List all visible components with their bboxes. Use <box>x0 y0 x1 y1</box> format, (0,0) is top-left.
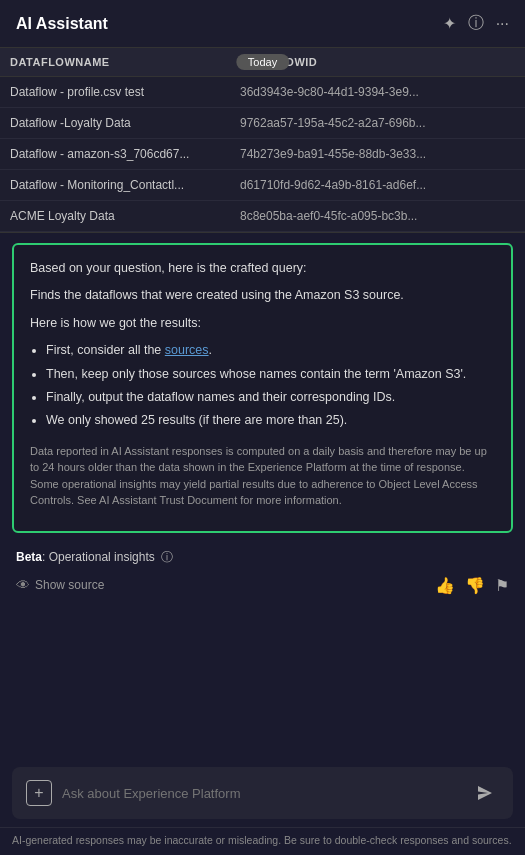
response-disclaimer: Data reported in AI Assistant responses … <box>30 443 495 509</box>
response-container: Based on your question, here is the craf… <box>12 243 513 533</box>
beta-row: Beta: Operational insights ⓘ <box>0 543 525 572</box>
response-summary: Finds the dataflows that were created us… <box>30 286 495 305</box>
table-row: Dataflow - Monitoring_Contactl... d61710… <box>0 170 525 201</box>
table-header: DATAFLOWNAME Today DATAFLOWID <box>0 48 525 77</box>
dataflow-id: 36d3943e-9c80-44d1-9394-3e9... <box>230 77 525 107</box>
dataflow-name: Dataflow - Monitoring_Contactl... <box>0 170 230 200</box>
dataflow-id: 74b273e9-ba91-455e-88db-3e33... <box>230 139 525 169</box>
dataflow-name: Dataflow -Loyalty Data <box>0 108 230 138</box>
app-title: AI Assistant <box>16 15 443 33</box>
chat-input[interactable] <box>62 786 461 801</box>
table-row: ACME Loyalty Data 8c8e05ba-aef0-45fc-a09… <box>0 201 525 232</box>
dataflow-id: d61710fd-9d62-4a9b-8161-ad6ef... <box>230 170 525 200</box>
response-bullet-2: Then, keep only those sources whose name… <box>46 365 495 384</box>
input-area: + <box>12 767 513 819</box>
feedback-actions: 👍 👎 ⚑ <box>435 576 509 595</box>
response-bullets: First, consider all the sources. Then, k… <box>46 341 495 431</box>
col-name-header: DATAFLOWNAME <box>0 48 230 76</box>
more-icon[interactable]: ··· <box>496 15 509 33</box>
response-how-label: Here is how we got the results: <box>30 314 495 333</box>
dataflow-id: 8c8e05ba-aef0-45fc-a095-bc3b... <box>230 201 525 231</box>
table-row: Dataflow - profile.csv test 36d3943e-9c8… <box>0 77 525 108</box>
table-row: Dataflow - amazon-s3_706cd67... 74b273e9… <box>0 139 525 170</box>
response-bullet-4: We only showed 25 results (if there are … <box>46 411 495 430</box>
show-source-button[interactable]: 👁 Show source <box>16 577 104 593</box>
thumbs-up-icon[interactable]: 👍 <box>435 576 455 595</box>
header-actions: ✦ ⓘ ··· <box>443 13 509 34</box>
bullet1-end: . <box>209 343 212 357</box>
table-row: Dataflow -Loyalty Data 9762aa57-195a-45c… <box>0 108 525 139</box>
send-button[interactable] <box>471 779 499 807</box>
show-source-label: Show source <box>35 578 104 592</box>
eye-icon: 👁 <box>16 577 30 593</box>
response-bullet-1: First, consider all the sources. <box>46 341 495 360</box>
dataflow-name: Dataflow - profile.csv test <box>0 77 230 107</box>
sources-link[interactable]: sources <box>165 343 209 357</box>
beta-info-icon[interactable]: ⓘ <box>161 549 173 566</box>
footer-text: AI-generated responses may be inaccurate… <box>12 834 512 846</box>
app-header: AI Assistant ✦ ⓘ ··· <box>0 0 525 48</box>
beta-label: Beta: Operational insights <box>16 550 155 564</box>
info-icon[interactable]: ⓘ <box>468 13 484 34</box>
response-intro: Based on your question, here is the craf… <box>30 259 495 278</box>
send-icon <box>476 784 494 802</box>
beta-sublabel: Operational insights <box>49 550 155 564</box>
dataflow-name: ACME Loyalty Data <box>0 201 230 231</box>
beta-strong: Beta <box>16 550 42 564</box>
flag-icon[interactable]: ⚑ <box>495 576 509 595</box>
dataflow-name: Dataflow - amazon-s3_706cd67... <box>0 139 230 169</box>
action-row: 👁 Show source 👍 👎 ⚑ <box>0 572 525 603</box>
response-bullet-3: Finally, output the dataflow names and t… <box>46 388 495 407</box>
today-badge: Today <box>236 54 289 70</box>
add-button[interactable]: + <box>26 780 52 806</box>
dataflow-table: DATAFLOWNAME Today DATAFLOWID Dataflow -… <box>0 48 525 233</box>
thumbs-down-icon[interactable]: 👎 <box>465 576 485 595</box>
bullet1-text: First, consider all the <box>46 343 165 357</box>
footer-disclaimer: AI-generated responses may be inaccurate… <box>0 827 525 855</box>
bulb-icon[interactable]: ✦ <box>443 14 456 33</box>
dataflow-id: 9762aa57-195a-45c2-a2a7-696b... <box>230 108 525 138</box>
